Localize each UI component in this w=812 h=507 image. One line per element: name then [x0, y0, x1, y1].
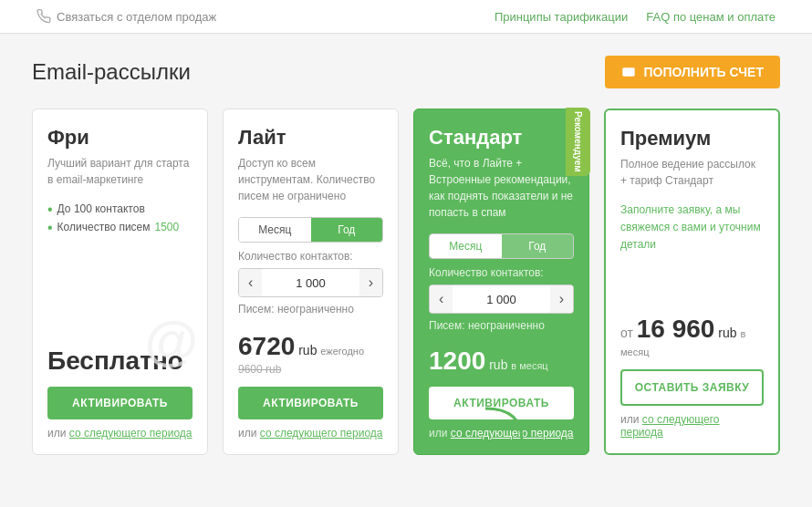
- plan-desc-free: Лучший вариант для старта в email-маркет…: [47, 155, 193, 188]
- top-bar-links: Принципы тарификации FAQ по ценам и опла…: [494, 10, 776, 24]
- contact-sales-link[interactable]: Связаться с отделом продаж: [36, 9, 216, 24]
- price-prefix-premium: от: [620, 326, 633, 340]
- plan-name-premium: Премиум: [620, 127, 764, 150]
- plan-name-free: Фри: [47, 126, 193, 150]
- price-section-free: Бесплатно: [47, 347, 193, 376]
- contact-sales-text[interactable]: Связаться с отделом продаж: [57, 10, 216, 24]
- phone-icon: [36, 9, 51, 24]
- contacts-label-standard: Количество контактов:: [429, 266, 574, 279]
- plan-card-premium: Премиум Полное ведение рассылок + тариф …: [604, 109, 780, 455]
- plan-card-free: @ Фри Лучший вариант для старта в email-…: [32, 109, 208, 455]
- tab-month-standard[interactable]: Месяц: [430, 234, 502, 258]
- price-section-lite: 6720 rub ежегодно 9600 rub: [238, 332, 383, 376]
- svg-rect-0: [623, 67, 635, 76]
- activate-button-lite[interactable]: АКТИВИРОВАТЬ: [238, 387, 383, 419]
- tab-year-standard[interactable]: Год: [502, 234, 574, 258]
- plan-desc-standard: Всё, что в Лайте + Встроенные рекомендац…: [429, 155, 574, 221]
- tab-switcher-standard: Месяц Год: [429, 233, 574, 259]
- price-section-premium: от 16 960 rub в месяц: [620, 315, 764, 358]
- feature-item: Количество писем 1500: [47, 219, 193, 237]
- stepper-lite: ‹ ›: [238, 268, 383, 297]
- plan-card-standard: Рекомендуем Стандарт Всё, что в Лайте + …: [413, 109, 589, 455]
- topup-button[interactable]: ПОПОЛНИТЬ СЧЕТ: [605, 56, 780, 88]
- plan-card-lite: Лайт Доступ ко всем инструментам. Количе…: [223, 109, 399, 455]
- tab-month-lite[interactable]: Месяц: [239, 218, 311, 242]
- price-period-lite: ежегодно: [320, 346, 364, 357]
- next-period-link-lite[interactable]: со следующего периода: [260, 427, 383, 440]
- tab-switcher-lite: Месяц Год: [238, 217, 383, 243]
- contacts-label-lite: Количество контактов:: [238, 250, 383, 263]
- price-period-standard: в месяц: [511, 360, 547, 371]
- stepper-standard: ‹ ›: [429, 285, 574, 314]
- stepper-input-lite[interactable]: [262, 276, 359, 290]
- plan-name-lite: Лайт: [238, 126, 383, 150]
- stepper-dec-lite[interactable]: ‹: [239, 269, 262, 296]
- wallet-icon: [621, 65, 636, 79]
- leave-request-button-premium[interactable]: ОСТАВИТЬ ЗАЯВКУ: [620, 369, 764, 406]
- recommended-badge: Рекомендуем: [566, 108, 590, 176]
- feature-item: До 100 контактов: [47, 201, 193, 219]
- stepper-dec-standard[interactable]: ‹: [430, 285, 453, 313]
- or-link-free: или со следующего периода: [47, 427, 193, 440]
- premium-fill-text: Заполните заявку, а мы свяжемся с вами и…: [620, 202, 764, 254]
- plan-desc-premium: Полное ведение рассылок + тариф Стандарт: [620, 156, 764, 189]
- plan-desc-lite: Доступ ко всем инструментам. Количество …: [238, 155, 383, 204]
- price-lite: 6720: [238, 332, 295, 360]
- activate-button-free[interactable]: АКТИВИРОВАТЬ: [47, 387, 193, 419]
- stepper-input-standard[interactable]: [453, 293, 549, 306]
- top-bar: Связаться с отделом продаж Принципы тари…: [0, 0, 812, 34]
- activate-button-standard[interactable]: АКТИВИРОВАТЬ: [429, 387, 574, 419]
- or-link-lite: или со следующего периода: [238, 427, 383, 440]
- price-free: Бесплатно: [47, 347, 193, 376]
- price-standard: 1200: [429, 347, 485, 375]
- or-link-standard: или со следующего периода: [429, 427, 574, 440]
- pricing-principles-link[interactable]: Принципы тарификации: [494, 10, 628, 24]
- letters-note-standard: Писем: неограниченно: [429, 319, 574, 332]
- tab-year-lite[interactable]: Год: [311, 218, 383, 242]
- page-title: Email-рассылки: [32, 59, 191, 85]
- price-old-lite: 9600 rub: [238, 363, 281, 376]
- feature-link[interactable]: 1500: [155, 221, 180, 233]
- plan-features-free: До 100 контактов Количество писем 1500: [47, 201, 193, 237]
- next-period-link-standard[interactable]: со следующего периода: [451, 427, 574, 440]
- stepper-inc-standard[interactable]: ›: [550, 285, 573, 313]
- price-section-standard: 1200 rub в месяц: [429, 347, 574, 376]
- plan-name-standard: Стандарт: [429, 126, 574, 150]
- next-period-link-free[interactable]: со следующего периода: [69, 427, 193, 440]
- stepper-inc-lite[interactable]: ›: [359, 269, 382, 296]
- or-link-premium: или со следующего периода: [620, 413, 764, 439]
- price-premium: 16 960: [637, 315, 715, 343]
- faq-link[interactable]: FAQ по ценам и оплате: [646, 10, 776, 24]
- plans-grid: @ Фри Лучший вариант для старта в email-…: [32, 109, 780, 455]
- letters-note-lite: Писем: неограниченно: [238, 303, 383, 316]
